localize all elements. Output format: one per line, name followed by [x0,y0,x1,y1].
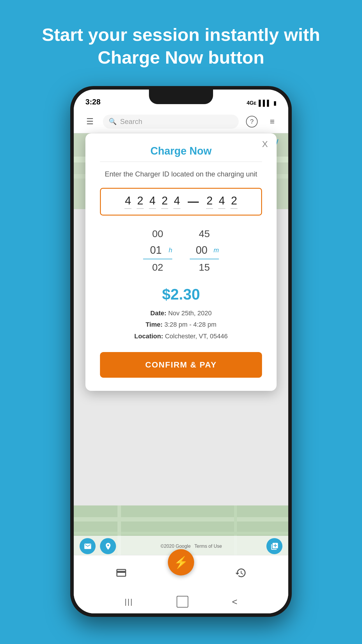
charger-digit-8: 2 [231,195,238,209]
date-value: Nov 25th, 2020 [168,309,212,317]
charger-digit-7: 4 [218,195,225,209]
minutes-column[interactable]: 45 00 m 15 [190,226,219,275]
charge-now-fab[interactable]: ⚡ [168,549,194,575]
modal-description: Enter the Charger ID located on the char… [100,169,262,179]
minutes-selected[interactable]: 00 [190,242,214,259]
map-icon-3[interactable] [266,538,282,554]
session-details: Date: Nov 25th, 2020 Time: 3:28 pm - 4:2… [100,307,262,342]
session-time: Time: 3:28 pm - 4:28 pm [100,319,262,330]
minutes-below[interactable]: 15 [191,259,217,275]
charger-digit-5: 4 [173,195,180,209]
charger-digit-3: 4 [149,195,156,209]
hours-column[interactable]: 00 01 h 02 [143,226,172,275]
nav-card-icon[interactable] [113,564,130,582]
confirm-pay-button[interactable]: CONFIRM & PAY [100,352,262,378]
help-icon[interactable]: ? [245,114,259,129]
signal-icon: ▌▌▌ [259,100,271,106]
filter-icon[interactable]: ≡ [265,114,280,129]
charger-id-part1: 4 2 4 2 4 [124,195,180,209]
google-text: ©2020 Google Terms of Use [161,544,222,549]
charger-id-part2: 2 4 2 [206,195,238,209]
status-icons: 4GE ▌▌▌ ▮ [247,99,277,106]
minutes-above[interactable]: 45 [191,226,217,242]
battery-icon: ▮ [273,99,277,106]
date-label: Date: [150,309,166,317]
phone-body: 3:28 4GE ▌▌▌ ▮ ☰ 🔍 Search ? [70,86,292,617]
phone-screen: 3:28 4GE ▌▌▌ ▮ ☰ 🔍 Search ? [74,90,288,613]
map-icon-2[interactable] [100,538,116,554]
hours-selected[interactable]: 01 [143,242,169,259]
hours-above[interactable]: 00 [145,226,171,242]
hours-label: h [169,246,172,254]
charger-digit-1: 4 [124,195,131,209]
search-placeholder: Search [120,118,142,126]
android-home-button[interactable] [177,596,188,608]
time-label: Time: [146,321,163,328]
map-icon-1[interactable] [80,538,96,554]
nav-history-icon[interactable] [232,564,249,582]
location-label: Location: [134,332,163,340]
time-picker[interactable]: 00 01 h 02 45 00 m 15 [100,226,262,275]
session-date: Date: Nov 25th, 2020 [100,307,262,319]
svg-rect-8 [74,517,288,522]
charger-dash: — [188,195,199,208]
phone-notch [149,90,213,104]
app-bar: ☰ 🔍 Search ? ≡ [74,110,288,133]
android-back-button[interactable]: < [232,596,238,607]
charge-bolt-icon: ⚡ [174,556,188,569]
charger-digit-6: 2 [206,195,213,209]
search-icon: 🔍 [109,118,117,125]
charger-digit-2: 2 [137,195,144,209]
svg-rect-9 [74,532,288,535]
charger-id-input[interactable]: 4 2 4 2 4 — 2 4 2 [100,188,262,216]
time-value: 3:28 pm - 4:28 pm [164,321,217,328]
charger-digit-4: 2 [161,195,168,209]
phone-frame: 3:28 4GE ▌▌▌ ▮ ☰ 🔍 Search ? [0,86,362,617]
android-nav-bar: ||| < [74,590,288,613]
header-title: Start your session instantly with Charge… [29,23,333,69]
android-recent-button[interactable]: ||| [125,597,133,606]
modal-divider [100,162,262,162]
location-value: Colchester, VT, 05446 [165,332,228,340]
session-location: Location: Colchester, VT, 05446 [100,330,262,342]
status-time: 3:28 [85,97,101,106]
header-section: Start your session instantly with Charge… [0,0,362,80]
search-bar[interactable]: 🔍 Search [103,115,239,129]
network-icon: 4GE [247,100,256,106]
close-button[interactable]: X [262,139,268,149]
price-display: $2.30 [100,286,262,303]
hours-below[interactable]: 02 [145,259,171,275]
minutes-label: m [214,246,219,254]
menu-icon[interactable]: ☰ [82,114,97,129]
modal-title: Charge Now [100,145,262,157]
charge-now-modal: X Charge Now Enter the Charger ID locate… [85,133,277,391]
bottom-map-area: ©2020 Google Terms of Use [74,505,288,556]
